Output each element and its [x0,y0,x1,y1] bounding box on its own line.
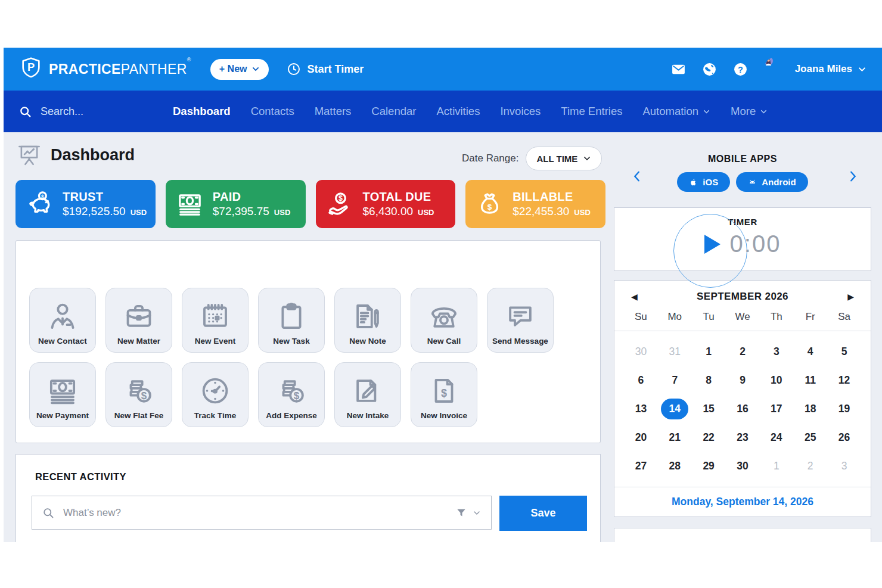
action-send-message[interactable]: Send Message [487,288,554,353]
calendar-day[interactable]: 1 [692,341,726,362]
action-new-contact[interactable]: New Contact [29,288,96,353]
help-icon[interactable]: ? [733,62,748,77]
new-button[interactable]: + New [210,59,269,80]
calendar-day[interactable]: 22 [692,427,726,448]
calendar-day-name: Th [759,311,793,323]
calendar-day[interactable]: 23 [726,427,760,448]
calendar-prev-icon[interactable]: ◀ [631,292,638,301]
briefcase-icon [123,300,155,332]
activity-filter[interactable] [455,507,481,519]
banknote-icon [176,190,204,218]
carousel-prev-icon[interactable] [631,170,644,183]
calendar-day[interactable]: 24 [759,427,793,448]
clock-icon [199,375,231,407]
nav-item-invoices[interactable]: Invoices [500,105,541,118]
calendar-day[interactable]: 21 [658,427,692,448]
calendar-day[interactable]: 17 [759,399,793,419]
calendar-day[interactable]: 15 [692,399,726,419]
action-new-matter[interactable]: New Matter [105,288,172,353]
nav-item-contacts[interactable]: Contacts [251,105,294,118]
calendar-day[interactable]: 18 [793,399,827,419]
new-button-label: + New [219,64,247,74]
calendar-day[interactable]: 8 [692,370,726,391]
calendar-day[interactable]: 2 [726,341,760,362]
activity-input[interactable] [63,507,446,519]
mail-icon[interactable] [671,62,686,77]
store-buttons: iOS Android [614,172,871,192]
nav-item-matters[interactable]: Matters [315,105,352,118]
play-timer-button[interactable] [704,235,720,254]
action-track-time[interactable]: Track Time [182,362,249,427]
ios-button[interactable]: iOS [677,172,730,192]
calendar-day[interactable]: 5 [827,341,861,362]
calendar-day[interactable]: 4 [793,341,827,362]
action-new-flat-fee[interactable]: $New Flat Fee [105,362,172,427]
mobile-apps-section: MOBILE APPS iOS Android [614,154,871,192]
nav-item-activities[interactable]: Activities [436,105,480,118]
calendar-day[interactable]: 12 [827,370,861,391]
calendar-day-value: 22 [703,431,714,444]
date-range-select[interactable]: ALL TIME [526,147,602,170]
calendar-day[interactable]: 27 [624,456,658,477]
nav-item-time-entries[interactable]: Time Entries [561,105,622,118]
globe-icon[interactable] [702,62,717,77]
calendar-day[interactable]: 28 [658,456,692,477]
calendar-day[interactable]: 1 [759,456,793,477]
action-new-payment[interactable]: New Payment [29,362,96,427]
calendar-day-value: 14 [661,399,688,419]
user-menu[interactable]: Joana Miles [764,57,867,82]
android-button[interactable]: Android [736,172,808,192]
action-new-note[interactable]: New Note [334,288,401,353]
action-label: New Event [195,337,235,346]
calendar-day[interactable]: 30 [726,456,760,477]
calendar-day[interactable]: 29 [692,456,726,477]
calendar-day[interactable]: 31 [658,341,692,362]
nav-item-automation[interactable]: Automation [642,105,710,118]
money-bag-icon: $ [476,190,504,218]
save-button[interactable]: Save [499,496,587,531]
calendar-day[interactable]: 3 [759,341,793,362]
practicepanther-logo[interactable]: P PRACTICEPANTHER® [19,56,191,82]
selected-date-link[interactable]: Monday, September 14, 2026 [614,487,871,517]
calendar-next-icon[interactable]: ▶ [847,292,854,301]
stat-card-total-due[interactable]: $TOTAL DUE$6,430.00USD [316,180,456,228]
action-new-intake[interactable]: New Intake [334,362,401,427]
calendar-day[interactable]: 25 [793,427,827,448]
stat-cards: $TRUST$192,525.50USDPAID$72,395.75USD$TO… [15,180,605,228]
calendar-day[interactable]: 30 [624,341,658,362]
stat-label: TRUST [63,190,147,204]
nav-item-dashboard[interactable]: Dashboard [173,105,231,118]
calendar-day[interactable]: 19 [827,399,861,419]
calendar-day[interactable]: 26 [827,427,861,448]
calendar-day[interactable]: 6 [624,370,658,391]
coins-dollar-icon: $ [275,375,308,407]
calendar-day[interactable]: 14 [658,399,692,419]
stat-card-trust[interactable]: $TRUST$192,525.50USD [15,180,156,228]
action-new-call[interactable]: New Call [411,288,477,353]
calendar-day[interactable]: 7 [658,370,692,391]
action-new-invoice[interactable]: $New Invoice [411,362,477,427]
calendar-day-value: 19 [838,403,850,415]
calendar-day[interactable]: 10 [759,370,793,391]
stat-card-billable[interactable]: $BILLABLE$22,455.30USD [465,180,605,228]
nav-item-calendar[interactable]: Calendar [371,105,416,118]
stat-text: TRUST$192,525.50USD [63,190,147,218]
carousel-next-icon[interactable] [846,170,859,183]
calendar-day[interactable]: 20 [624,427,658,448]
action-add-expense[interactable]: $Add Expense [258,362,325,427]
calendar-day[interactable]: 2 [793,456,827,477]
calendar-day[interactable]: 9 [726,370,760,391]
calendar-day[interactable]: 13 [624,399,658,419]
action-new-event[interactable]: New Event [182,288,249,353]
calendar-day[interactable]: 11 [793,370,827,391]
stat-card-paid[interactable]: PAID$72,395.75USD [166,180,306,228]
action-label: New Intake [347,411,389,420]
recent-activity-controls: Save [32,496,587,531]
calendar-day-value: 8 [706,374,712,387]
nav-item-more[interactable]: More [731,105,768,118]
calendar-day[interactable]: 16 [726,399,760,419]
start-timer-button[interactable]: Start Timer [287,62,364,76]
global-search[interactable]: Search... [19,105,173,118]
calendar-day[interactable]: 3 [827,456,861,477]
action-new-task[interactable]: New Task [258,288,325,353]
